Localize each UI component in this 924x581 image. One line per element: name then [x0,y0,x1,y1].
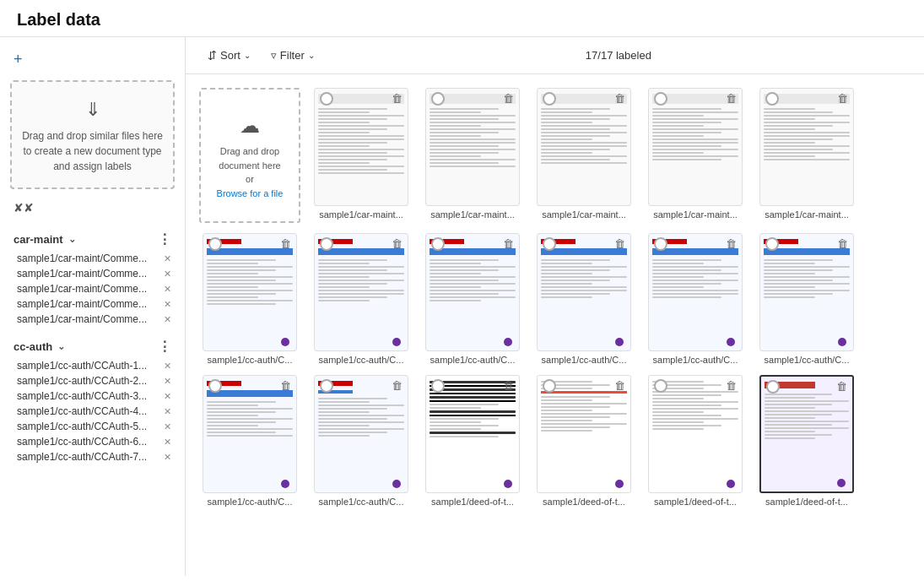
delete-icon-3[interactable]: 🗑 [614,92,625,105]
grid-card-3[interactable]: 🗑 [533,88,635,223]
download-icon: ⇓ [20,95,165,123]
labeled-dot-9 [615,338,624,346]
delete-icon-6[interactable]: 🗑 [280,237,291,250]
sidebar-item-car-maint-4[interactable]: sample1/car-maint/Comme... ✕ [0,296,185,312]
delete-icon-13[interactable]: 🗑 [392,379,403,392]
close-icon[interactable]: ✕ [164,376,171,387]
grid-card-2[interactable]: 🗑 [422,88,523,223]
delete-icon-1[interactable]: 🗑 [392,92,403,105]
close-icon[interactable]: ✕ [164,253,171,264]
delete-icon-7[interactable]: 🗑 [392,237,403,250]
delete-icon-8[interactable]: 🗑 [503,237,514,250]
grid-card-6[interactable]: 🗑 [199,233,300,365]
card-checkbox-8[interactable] [431,237,445,251]
card-checkbox-12[interactable] [208,379,222,393]
grid-card-1[interactable]: 🗑 [311,88,412,223]
grid-card-12[interactable]: 🗑 [199,375,300,507]
sidebar-item-cc-auth-7[interactable]: sample1/cc-auth/CCAuth-7... ✕ [0,449,185,464]
labeled-dot-16 [727,480,735,488]
sidebar-item-cc-auth-3[interactable]: sample1/cc-auth/CCAuth-3... ✕ [0,388,185,404]
grid-card-17[interactable]: 🗑 [756,375,857,507]
grid-card-7[interactable]: 🗑 [311,233,412,365]
grid-card-16[interactable]: 🗑 [645,375,746,507]
grid-card-15[interactable]: 🗑 [533,375,635,507]
grid-card-8[interactable]: 🗑 [422,233,523,365]
sidebar-section-header-car-maint[interactable]: car-maint ⌄ ⋮ [0,228,185,251]
delete-icon-4[interactable]: 🗑 [726,92,737,105]
more-options-icon[interactable]: ⋮ [158,231,171,247]
card-checkbox-10[interactable] [654,237,667,251]
grid-card-5[interactable]: 🗑 [756,88,857,223]
card-checkbox-16[interactable] [654,379,667,393]
chevron-down-icon: ⌄ [68,234,76,245]
close-icon[interactable]: ✕ [164,452,171,463]
close-icon[interactable]: ✕ [164,314,171,325]
sidebar-drag-drop[interactable]: ⇓ Drag and drop similar files here to cr… [10,80,175,189]
delete-icon-14[interactable]: 🗑 [503,379,514,392]
sidebar-item-cc-auth-4[interactable]: sample1/cc-auth/CCAuth-4... ✕ [0,404,185,419]
delete-icon-10[interactable]: 🗑 [726,237,737,250]
card-checkbox-4[interactable] [654,92,667,106]
add-button[interactable]: + [0,46,185,73]
delete-icon-15[interactable]: 🗑 [614,379,625,392]
sort-button[interactable]: ⇵ Sort ⌄ [199,46,259,65]
delete-icon-5[interactable]: 🗑 [837,92,848,105]
sidebar-section-header-cc-auth[interactable]: cc-auth ⌄ ⋮ [0,335,185,358]
grid-card-13[interactable]: 🗑 [311,375,412,507]
close-icon[interactable]: ✕ [164,421,171,432]
sidebar-item-car-maint-5[interactable]: sample1/car-maint/Comme... ✕ [0,312,185,327]
sidebar-item-car-maint-1[interactable]: sample1/car-maint/Comme... ✕ [0,251,185,266]
card-checkbox-13[interactable] [320,379,333,393]
delete-icon-16[interactable]: 🗑 [726,379,737,392]
close-icon[interactable]: ✕ [164,284,171,295]
close-icon[interactable]: ✕ [164,361,171,372]
card-label-7: sample1/cc-auth/C... [314,355,408,365]
sidebar-item-car-maint-3[interactable]: sample1/car-maint/Comme... ✕ [0,281,185,296]
grid-card-14[interactable]: 🗑 [422,375,523,507]
browse-link[interactable]: Browse for a file [217,187,284,201]
labeled-dot-10 [727,338,735,346]
card-checkbox-7[interactable] [320,237,333,251]
card-checkbox-11[interactable] [765,237,779,251]
close-icon[interactable]: ✕ [164,299,171,310]
close-icon[interactable]: ✕ [164,437,171,448]
card-label-5: sample1/car-maint... [759,209,854,220]
sidebar-item-cc-auth-5[interactable]: sample1/cc-auth/CCAuth-5... ✕ [0,419,185,434]
grid-drag-drop-card[interactable]: ☁ Drag and drop document here or Browse … [199,88,300,223]
grid-card-9[interactable]: 🗑 [533,233,635,365]
sidebar-item-cc-auth-6[interactable]: sample1/cc-auth/CCAuth-6... ✕ [0,434,185,449]
grid-card-11[interactable]: 🗑 [756,233,857,365]
card-checkbox-3[interactable] [543,92,556,106]
collapse-button[interactable]: ✘✘ [0,196,185,220]
card-checkbox-1[interactable] [320,92,333,106]
sidebar-item-car-maint-2[interactable]: sample1/car-maint/Comme... ✕ [0,266,185,281]
card-checkbox-17[interactable] [766,380,780,394]
sidebar-items-car-maint: sample1/car-maint/Comme... ✕ sample1/car… [0,251,185,327]
labeled-dot-11 [838,338,846,346]
grid-card-4[interactable]: 🗑 [645,88,746,223]
sidebar-item-cc-auth-1[interactable]: sample1/cc-auth/CCAuth-1... ✕ [0,358,185,373]
sort-label: Sort [220,49,240,62]
close-icon[interactable]: ✕ [164,406,171,417]
grid-card-10[interactable]: 🗑 [645,233,746,365]
card-checkbox-5[interactable] [765,92,779,106]
filter-button[interactable]: ▿ Filter ⌄ [262,46,323,65]
close-icon[interactable]: ✕ [164,391,171,402]
filter-chevron-icon: ⌄ [308,51,315,60]
card-checkbox-9[interactable] [543,237,556,251]
card-checkbox-6[interactable] [208,237,222,251]
card-label-4: sample1/car-maint... [648,209,743,220]
delete-icon-11[interactable]: 🗑 [837,237,848,250]
delete-icon-9[interactable]: 🗑 [614,237,625,250]
delete-icon-2[interactable]: 🗑 [503,92,514,105]
delete-icon-12[interactable]: 🗑 [280,379,291,392]
close-icon[interactable]: ✕ [164,269,171,280]
card-checkbox-2[interactable] [431,92,445,106]
card-checkbox-15[interactable] [543,379,556,393]
delete-icon-17[interactable]: 🗑 [836,380,847,393]
more-options-icon-2[interactable]: ⋮ [158,339,171,355]
sidebar-item-cc-auth-2[interactable]: sample1/cc-auth/CCAuth-2... ✕ [0,373,185,388]
card-label-2: sample1/car-maint... [425,209,520,220]
card-label-13: sample1/cc-auth/C... [314,497,408,507]
card-checkbox-14[interactable] [431,379,445,393]
